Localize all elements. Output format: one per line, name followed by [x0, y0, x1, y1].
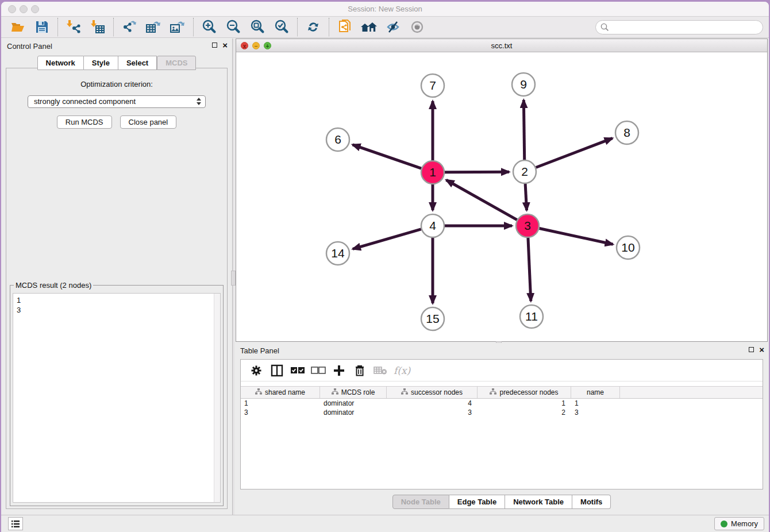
import-network-icon[interactable] — [64, 18, 83, 36]
save-session-icon[interactable] — [32, 18, 52, 36]
main-area: Control Panel × NetworkStyleSelectMCDS O… — [1, 38, 769, 515]
control-panel-tabs: NetworkStyleSelectMCDS — [1, 56, 232, 70]
table-row[interactable]: 3dominator323 — [241, 408, 763, 417]
table-cell[interactable]: dominator — [320, 408, 387, 417]
edge-1-2[interactable] — [445, 172, 509, 172]
column-header-successor-nodes[interactable]: successor nodes — [387, 387, 478, 398]
clone-network-icon[interactable] — [335, 18, 355, 36]
table-cell[interactable]: 3 — [571, 408, 620, 417]
tab-motifs[interactable]: Motifs — [572, 495, 611, 509]
edge-3-10[interactable] — [540, 228, 613, 244]
node-label-9: 9 — [520, 78, 527, 91]
node-label-3: 3 — [524, 219, 531, 232]
tab-mcds[interactable]: MCDS — [157, 56, 196, 70]
deselect-all-columns-icon[interactable] — [311, 363, 326, 378]
search-icon — [600, 23, 609, 32]
edge-2-3[interactable] — [525, 184, 526, 210]
mcds-result-group: MCDS result (2 nodes) 13 — [10, 281, 224, 506]
import-table-icon[interactable] — [88, 18, 107, 36]
tab-node-table[interactable]: Node Table — [392, 495, 449, 509]
table-cell[interactable]: 1 — [571, 399, 620, 408]
column-header-label: successor nodes — [411, 388, 463, 396]
tab-edge-table[interactable]: Edge Table — [449, 495, 505, 509]
memory-button[interactable]: Memory — [714, 517, 764, 530]
node-label-1: 1 — [429, 165, 436, 179]
node-table-container: f(x) shared nameMCDS rolesuccessor nodes… — [240, 359, 763, 489]
edge-2-8[interactable] — [536, 138, 613, 168]
search-input[interactable] — [595, 20, 763, 34]
task-history-button[interactable] — [8, 517, 23, 530]
column-hierarchy-icon — [401, 388, 408, 396]
tab-select[interactable]: Select — [118, 56, 157, 70]
table-cell[interactable]: 1 — [478, 399, 571, 408]
optimization-dropdown[interactable]: strongly connected component — [28, 95, 206, 108]
toolbar-separator — [113, 18, 114, 36]
edge-2-9[interactable] — [523, 100, 524, 160]
column-header-name[interactable]: name — [571, 387, 620, 398]
network-canvas[interactable]: 7968124314101511 — [236, 52, 767, 341]
control-panel: Control Panel × NetworkStyleSelectMCDS O… — [1, 38, 232, 515]
node-label-14: 14 — [331, 246, 345, 260]
gear-icon[interactable] — [249, 363, 264, 378]
tab-network-table[interactable]: Network Table — [505, 495, 572, 509]
mcds-tab-panel: Optimization criterion: strongly connect… — [6, 68, 228, 509]
refresh-icon[interactable] — [303, 18, 323, 36]
table-cell[interactable]: dominator — [320, 399, 387, 408]
tab-network[interactable]: Network — [37, 56, 84, 70]
edge-1-6[interactable] — [353, 145, 422, 168]
table-cell[interactable]: 2 — [478, 408, 571, 417]
control-panel-title: Control Panel — [7, 42, 52, 51]
run-mcds-button[interactable]: Run MCDS — [57, 115, 112, 129]
edge-4-14[interactable] — [353, 229, 421, 249]
column-header-shared-name[interactable]: shared name — [241, 387, 320, 398]
float-table-panel-icon[interactable] — [749, 347, 754, 352]
select-all-columns-icon[interactable] — [290, 363, 305, 378]
column-header-MCDS-role[interactable]: MCDS role — [320, 387, 387, 398]
delete-table-icon[interactable] — [373, 363, 388, 378]
column-hierarchy-icon — [255, 388, 262, 396]
delete-column-icon[interactable] — [352, 363, 367, 378]
table-cell[interactable]: 3 — [387, 408, 478, 417]
network-window: x – + scc.txt 7968124314101511 — [236, 38, 768, 342]
home-icon[interactable] — [359, 18, 379, 36]
function-builder-icon[interactable]: f(x) — [394, 365, 410, 376]
optimization-dropdown-value: strongly connected component — [34, 97, 136, 106]
zoom-out-icon[interactable] — [224, 18, 243, 36]
result-line: 1 — [17, 295, 217, 305]
mcds-result-text[interactable]: 13 — [13, 293, 221, 503]
result-scrollbar[interactable] — [214, 294, 220, 502]
table-cell[interactable]: 3 — [241, 408, 320, 417]
show-panel-icon[interactable] — [407, 18, 427, 36]
toolbar-separator — [329, 18, 329, 36]
export-table-icon[interactable] — [144, 18, 163, 36]
hide-panels-icon[interactable] — [383, 18, 403, 36]
export-image-icon[interactable] — [168, 18, 187, 36]
edge-3-1[interactable] — [446, 180, 517, 219]
node-label-15: 15 — [426, 312, 439, 325]
network-window-titlebar: x – + scc.txt — [236, 39, 767, 52]
table-body: 1dominator4113dominator323 — [241, 399, 763, 417]
export-network-icon[interactable] — [120, 18, 139, 36]
zoom-in-icon[interactable] — [199, 18, 219, 36]
table-cell[interactable]: 4 — [387, 399, 478, 408]
optimization-label: Optimization criterion: — [6, 80, 227, 88]
close-panel-icon[interactable]: × — [222, 42, 228, 48]
close-panel-button[interactable]: Close panel — [120, 115, 177, 129]
table-row[interactable]: 1dominator411 — [241, 399, 763, 408]
close-table-panel-icon[interactable]: × — [759, 346, 764, 353]
tab-style[interactable]: Style — [84, 56, 118, 70]
table-cell[interactable]: 1 — [241, 399, 320, 408]
search-box — [595, 20, 763, 34]
split-columns-icon[interactable] — [270, 363, 284, 378]
control-panel-header: Control Panel × — [1, 38, 232, 53]
open-session-icon[interactable] — [8, 18, 28, 36]
table-tabs: Node TableEdge TableNetwork TableMotifs — [234, 495, 769, 509]
edge-3-11[interactable] — [528, 238, 531, 301]
float-panel-icon[interactable] — [212, 43, 217, 48]
zoom-fit-icon[interactable] — [248, 18, 267, 36]
column-header-predecessor-nodes[interactable]: predecessor nodes — [478, 387, 571, 398]
zoom-selected-icon[interactable] — [272, 18, 291, 36]
node-label-10: 10 — [621, 241, 634, 254]
table-panel-title: Table Panel — [240, 346, 279, 355]
add-column-icon[interactable] — [332, 363, 346, 378]
